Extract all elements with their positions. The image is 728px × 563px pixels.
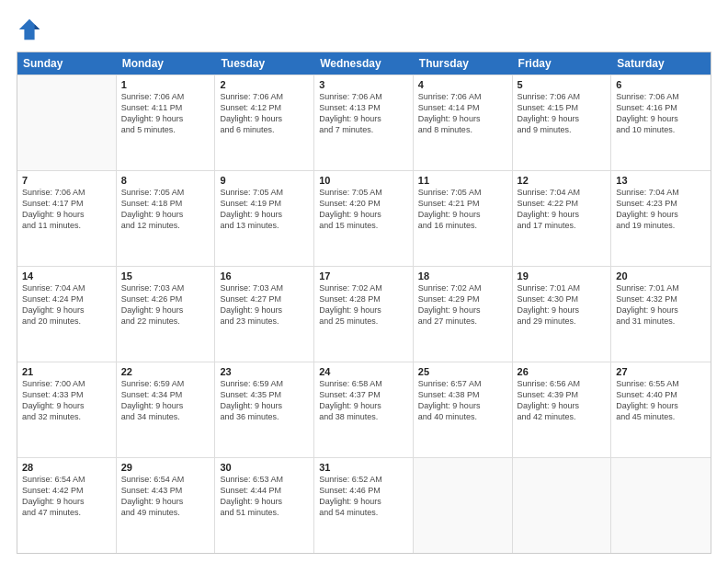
calendar-cell: 9Sunrise: 7:05 AM Sunset: 4:19 PM Daylig…	[215, 171, 314, 266]
cell-info: Sunrise: 7:04 AM Sunset: 4:23 PM Dayligh…	[616, 187, 706, 232]
calendar-cell: 6Sunrise: 7:06 AM Sunset: 4:16 PM Daylig…	[611, 75, 711, 170]
calendar: SundayMondayTuesdayWednesdayThursdayFrid…	[17, 52, 711, 554]
day-number: 4	[418, 79, 507, 90]
day-number: 13	[616, 175, 706, 186]
calendar-row-5: 28Sunrise: 6:54 AM Sunset: 4:42 PM Dayli…	[17, 457, 711, 553]
calendar-cell: 16Sunrise: 7:03 AM Sunset: 4:27 PM Dayli…	[215, 267, 314, 362]
calendar-cell	[414, 458, 513, 553]
calendar-cell: 26Sunrise: 6:56 AM Sunset: 4:39 PM Dayli…	[513, 362, 612, 457]
calendar-row-1: 1Sunrise: 7:06 AM Sunset: 4:11 PM Daylig…	[17, 75, 711, 170]
calendar-cell: 2Sunrise: 7:06 AM Sunset: 4:12 PM Daylig…	[215, 75, 314, 170]
day-number: 22	[121, 366, 210, 377]
calendar-cell: 24Sunrise: 6:58 AM Sunset: 4:37 PM Dayli…	[314, 362, 414, 457]
calendar-cell	[513, 458, 612, 553]
day-number: 12	[518, 175, 607, 186]
day-number: 15	[121, 270, 210, 282]
logo-icon	[17, 17, 42, 42]
cell-info: Sunrise: 7:06 AM Sunset: 4:12 PM Dayligh…	[220, 91, 309, 136]
weekday-header-tuesday: Tuesday	[215, 52, 314, 75]
cell-info: Sunrise: 7:06 AM Sunset: 4:11 PM Dayligh…	[121, 91, 210, 136]
cell-info: Sunrise: 7:05 AM Sunset: 4:18 PM Dayligh…	[121, 187, 210, 232]
calendar-cell: 27Sunrise: 6:55 AM Sunset: 4:40 PM Dayli…	[611, 362, 711, 457]
calendar-header: SundayMondayTuesdayWednesdayThursdayFrid…	[17, 52, 711, 75]
day-number: 18	[418, 270, 507, 282]
cell-info: Sunrise: 7:04 AM Sunset: 4:24 PM Dayligh…	[22, 282, 111, 327]
calendar-row-3: 14Sunrise: 7:04 AM Sunset: 4:24 PM Dayli…	[17, 266, 711, 362]
calendar-cell	[611, 458, 711, 553]
day-number: 3	[319, 79, 408, 90]
cell-info: Sunrise: 7:03 AM Sunset: 4:27 PM Dayligh…	[220, 282, 309, 327]
cell-info: Sunrise: 7:06 AM Sunset: 4:16 PM Dayligh…	[616, 91, 706, 136]
cell-info: Sunrise: 7:05 AM Sunset: 4:21 PM Dayligh…	[418, 187, 507, 232]
day-number: 23	[220, 366, 309, 377]
calendar-cell: 8Sunrise: 7:05 AM Sunset: 4:18 PM Daylig…	[117, 171, 216, 266]
day-number: 5	[518, 79, 607, 90]
day-number: 29	[121, 462, 210, 473]
day-number: 10	[319, 175, 408, 186]
cell-info: Sunrise: 7:06 AM Sunset: 4:17 PM Dayligh…	[22, 187, 111, 232]
cell-info: Sunrise: 7:05 AM Sunset: 4:20 PM Dayligh…	[319, 187, 408, 232]
cell-info: Sunrise: 6:54 AM Sunset: 4:43 PM Dayligh…	[121, 474, 210, 519]
day-number: 19	[518, 270, 607, 282]
cell-info: Sunrise: 6:54 AM Sunset: 4:42 PM Dayligh…	[22, 474, 111, 519]
logo	[17, 17, 46, 42]
cell-info: Sunrise: 7:01 AM Sunset: 4:30 PM Dayligh…	[518, 282, 607, 327]
cell-info: Sunrise: 7:04 AM Sunset: 4:22 PM Dayligh…	[518, 187, 607, 232]
page: SundayMondayTuesdayWednesdayThursdayFrid…	[0, 0, 728, 563]
day-number: 31	[319, 462, 408, 473]
cell-info: Sunrise: 6:56 AM Sunset: 4:39 PM Dayligh…	[518, 378, 607, 423]
day-number: 24	[319, 366, 408, 377]
cell-info: Sunrise: 6:53 AM Sunset: 4:44 PM Dayligh…	[220, 474, 309, 519]
calendar-cell: 21Sunrise: 7:00 AM Sunset: 4:33 PM Dayli…	[17, 362, 117, 457]
day-number: 9	[220, 175, 309, 186]
cell-info: Sunrise: 6:58 AM Sunset: 4:37 PM Dayligh…	[319, 378, 408, 423]
day-number: 16	[220, 270, 309, 282]
calendar-cell: 1Sunrise: 7:06 AM Sunset: 4:11 PM Daylig…	[117, 75, 216, 170]
cell-info: Sunrise: 6:52 AM Sunset: 4:46 PM Dayligh…	[319, 474, 408, 519]
day-number: 20	[616, 270, 706, 282]
day-number: 14	[22, 270, 111, 282]
day-number: 8	[121, 175, 210, 186]
cell-info: Sunrise: 7:06 AM Sunset: 4:14 PM Dayligh…	[418, 91, 507, 136]
calendar-cell: 31Sunrise: 6:52 AM Sunset: 4:46 PM Dayli…	[314, 458, 414, 553]
calendar-cell: 14Sunrise: 7:04 AM Sunset: 4:24 PM Dayli…	[17, 267, 117, 362]
cell-info: Sunrise: 7:00 AM Sunset: 4:33 PM Dayligh…	[22, 378, 111, 423]
cell-info: Sunrise: 6:59 AM Sunset: 4:34 PM Dayligh…	[121, 378, 210, 423]
cell-info: Sunrise: 7:01 AM Sunset: 4:32 PM Dayligh…	[616, 282, 706, 327]
calendar-cell: 29Sunrise: 6:54 AM Sunset: 4:43 PM Dayli…	[117, 458, 216, 553]
weekday-header-saturday: Saturday	[611, 52, 711, 75]
header	[17, 17, 711, 42]
calendar-cell: 17Sunrise: 7:02 AM Sunset: 4:28 PM Dayli…	[314, 267, 414, 362]
calendar-cell: 12Sunrise: 7:04 AM Sunset: 4:22 PM Dayli…	[513, 171, 612, 266]
calendar-cell: 30Sunrise: 6:53 AM Sunset: 4:44 PM Dayli…	[215, 458, 314, 553]
calendar-cell: 25Sunrise: 6:57 AM Sunset: 4:38 PM Dayli…	[414, 362, 513, 457]
day-number: 30	[220, 462, 309, 473]
calendar-cell: 18Sunrise: 7:02 AM Sunset: 4:29 PM Dayli…	[414, 267, 513, 362]
cell-info: Sunrise: 7:05 AM Sunset: 4:19 PM Dayligh…	[220, 187, 309, 232]
calendar-cell	[17, 75, 117, 170]
day-number: 7	[22, 175, 111, 186]
calendar-cell: 5Sunrise: 7:06 AM Sunset: 4:15 PM Daylig…	[513, 75, 612, 170]
day-number: 25	[418, 366, 507, 377]
calendar-cell: 20Sunrise: 7:01 AM Sunset: 4:32 PM Dayli…	[611, 267, 711, 362]
calendar-cell: 10Sunrise: 7:05 AM Sunset: 4:20 PM Dayli…	[314, 171, 414, 266]
day-number: 11	[418, 175, 507, 186]
calendar-row-2: 7Sunrise: 7:06 AM Sunset: 4:17 PM Daylig…	[17, 170, 711, 266]
calendar-body: 1Sunrise: 7:06 AM Sunset: 4:11 PM Daylig…	[17, 75, 711, 553]
cell-info: Sunrise: 7:06 AM Sunset: 4:15 PM Dayligh…	[518, 91, 607, 136]
cell-info: Sunrise: 7:06 AM Sunset: 4:13 PM Dayligh…	[319, 91, 408, 136]
day-number: 26	[518, 366, 607, 377]
calendar-cell: 13Sunrise: 7:04 AM Sunset: 4:23 PM Dayli…	[611, 171, 711, 266]
calendar-cell: 11Sunrise: 7:05 AM Sunset: 4:21 PM Dayli…	[414, 171, 513, 266]
calendar-cell: 22Sunrise: 6:59 AM Sunset: 4:34 PM Dayli…	[117, 362, 216, 457]
cell-info: Sunrise: 7:02 AM Sunset: 4:28 PM Dayligh…	[319, 282, 408, 327]
calendar-cell: 7Sunrise: 7:06 AM Sunset: 4:17 PM Daylig…	[17, 171, 117, 266]
calendar-row-4: 21Sunrise: 7:00 AM Sunset: 4:33 PM Dayli…	[17, 362, 711, 457]
day-number: 1	[121, 79, 210, 90]
day-number: 2	[220, 79, 309, 90]
cell-info: Sunrise: 6:57 AM Sunset: 4:38 PM Dayligh…	[418, 378, 507, 423]
day-number: 6	[616, 79, 706, 90]
cell-info: Sunrise: 7:02 AM Sunset: 4:29 PM Dayligh…	[418, 282, 507, 327]
day-number: 28	[22, 462, 111, 473]
cell-info: Sunrise: 6:55 AM Sunset: 4:40 PM Dayligh…	[616, 378, 706, 423]
